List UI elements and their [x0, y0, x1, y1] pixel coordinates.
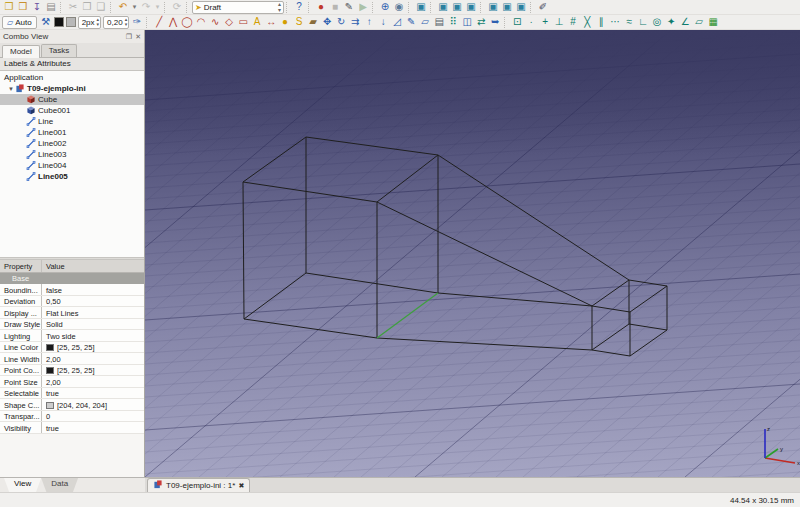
view-left-icon[interactable]: ▣ — [514, 0, 528, 15]
tree-item-line003[interactable]: Line003 — [0, 149, 144, 160]
snap-parallel-icon[interactable]: ∥ — [594, 15, 608, 30]
property-row-line-width[interactable]: Line Width2,00 — [0, 353, 144, 365]
draft-circle-icon[interactable]: ◯ — [180, 15, 194, 30]
tree-item-line[interactable]: Line — [0, 116, 144, 127]
draft-offset-icon[interactable]: ⇉ — [348, 15, 362, 30]
document-tab[interactable]: T09-ejemplo-ini : 1* ✖ — [147, 478, 250, 492]
draft-rectangle-icon[interactable]: ▭ — [236, 15, 250, 30]
draft-add-to-group-icon[interactable]: ➥ — [488, 15, 502, 30]
panel-tab-data[interactable]: Data — [41, 478, 78, 492]
snap-angle-icon[interactable]: ∠ — [678, 15, 692, 30]
panel-tab-view[interactable]: View — [4, 478, 41, 492]
snap-midpoint-icon[interactable]: + — [538, 15, 552, 30]
3d-viewport[interactable]: xyz — [145, 30, 800, 477]
draft-array-icon[interactable]: ⠿ — [446, 15, 460, 30]
tree-item-line002[interactable]: Line002 — [0, 138, 144, 149]
expand-arrow-icon[interactable]: ▼ — [8, 86, 15, 92]
workingplane-auto-button[interactable]: ▱Auto — [2, 16, 37, 29]
new-file-icon[interactable]: ❐ — [2, 0, 16, 15]
scale-spinbox[interactable]: 0,20▴▾ — [103, 16, 129, 29]
property-value[interactable]: true — [42, 388, 63, 399]
draft-bspline-icon[interactable]: ∿ — [208, 15, 222, 30]
redo-menu-icon[interactable]: ▾ — [153, 0, 162, 15]
close-document-icon[interactable]: ✖ — [238, 482, 244, 490]
draft-downgrade-icon[interactable]: ↓ — [376, 15, 390, 30]
face-color-swatch[interactable] — [66, 17, 76, 27]
property-row-line-color[interactable]: Line Color[25, 25, 25] — [0, 342, 144, 354]
draft-polyline-icon[interactable]: ⋀ — [166, 15, 180, 30]
property-row-selectable[interactable]: Selectabletrue — [0, 388, 144, 400]
snap-perpendicular-icon[interactable]: ⊥ — [552, 15, 566, 30]
tree-item-line005[interactable]: Line005 — [0, 171, 144, 182]
snap-special-icon[interactable]: ✦ — [664, 15, 678, 30]
line-width-spinbox[interactable]: 2px▴▾ — [78, 16, 101, 29]
undo-menu-icon[interactable]: ▾ — [130, 0, 139, 15]
property-value[interactable]: 0,50 — [42, 296, 65, 307]
view-rear-icon[interactable]: ▣ — [486, 0, 500, 15]
open-file-icon[interactable]: ❒ — [16, 0, 30, 15]
paste-icon[interactable]: ❑ — [94, 0, 108, 15]
draft-dimension-icon[interactable]: ↔ — [264, 15, 278, 30]
macro-edit-icon[interactable]: ✎ — [342, 0, 356, 15]
draft-rotate-icon[interactable]: ↻ — [334, 15, 348, 30]
scale-spinbox-steppers[interactable]: ▴▾ — [125, 17, 128, 27]
tab-tasks[interactable]: Tasks — [41, 44, 77, 57]
draft-workingplane-proxy-icon[interactable]: ▱ — [418, 15, 432, 30]
property-row-transpar-[interactable]: Transpar...0 — [0, 411, 144, 423]
refresh-icon[interactable]: ⟳ — [170, 0, 184, 15]
draft-arc-icon[interactable]: ◠ — [194, 15, 208, 30]
tree-root-application[interactable]: Application — [0, 72, 144, 83]
snap-workingplane-icon[interactable]: ▱ — [692, 15, 706, 30]
property-row-lighting[interactable]: LightingTwo side — [0, 330, 144, 342]
draft-clone-icon[interactable]: ◫ — [460, 15, 474, 30]
draft-shape2dview-icon[interactable]: ▤ — [432, 15, 446, 30]
whats-this-icon[interactable]: ? — [292, 0, 306, 15]
property-value[interactable]: Two side — [42, 330, 80, 341]
property-value[interactable]: 2,00 — [42, 376, 65, 387]
macro-play-icon[interactable]: ▶ — [356, 0, 370, 15]
close-panel-icon[interactable]: ✕ — [135, 33, 141, 41]
view-bottom-icon[interactable]: ▣ — [500, 0, 514, 15]
draft-point-icon[interactable]: ● — [278, 15, 292, 30]
snap-center-icon[interactable]: ◎ — [650, 15, 664, 30]
snap-near-icon[interactable]: ≈ — [622, 15, 636, 30]
draft-edit-icon[interactable]: ✎ — [404, 15, 418, 30]
fit-all-icon[interactable]: ⊕ — [378, 0, 392, 15]
property-value[interactable]: 0 — [42, 411, 54, 422]
view-right-icon[interactable]: ▣ — [464, 0, 478, 15]
save-file-icon[interactable]: ↧ — [30, 0, 44, 15]
cut-icon[interactable]: ✂ — [66, 0, 80, 15]
draft-scale-icon[interactable]: ◿ — [390, 15, 404, 30]
combo-spinner-icon[interactable]: ▴▾ — [278, 1, 281, 13]
line-color-swatch[interactable] — [54, 17, 64, 27]
property-value[interactable]: Solid — [42, 319, 67, 330]
property-value[interactable]: [25, 25, 25] — [42, 365, 99, 376]
draft-to-sketch-icon[interactable]: ⇄ — [474, 15, 488, 30]
apply-style-icon[interactable]: ✑ — [130, 15, 144, 30]
draft-text-icon[interactable]: A — [250, 15, 264, 30]
property-row-display-[interactable]: Display ...Flat Lines — [0, 307, 144, 319]
property-value[interactable]: [25, 25, 25] — [42, 342, 99, 353]
snap-intersection-icon[interactable]: ╳ — [580, 15, 594, 30]
draft-shapestring-icon[interactable]: S — [292, 15, 306, 30]
draft-facebinder-icon[interactable]: ▰ — [306, 15, 320, 30]
workbench-selector[interactable]: ➤Draft▴▾ — [192, 1, 284, 14]
property-value[interactable]: true — [42, 422, 63, 433]
tree-item-line004[interactable]: Line004 — [0, 160, 144, 171]
property-value[interactable]: [204, 204, 204] — [42, 399, 111, 410]
line-width-spinbox-steppers[interactable]: ▴▾ — [97, 17, 100, 27]
snap-endpoint-icon[interactable]: ∙ — [524, 15, 538, 30]
undo-icon[interactable]: ↶ — [116, 0, 130, 15]
float-panel-icon[interactable]: ❐ — [126, 33, 132, 41]
tree-item-cube001[interactable]: Cube001 — [0, 105, 144, 116]
draft-upgrade-icon[interactable]: ↑ — [362, 15, 376, 30]
draft-line-icon[interactable]: ╱ — [152, 15, 166, 30]
property-group-base[interactable]: Base — [0, 273, 144, 284]
view-top-icon[interactable]: ▣ — [450, 0, 464, 15]
property-row-draw-style[interactable]: Draw StyleSolid — [0, 319, 144, 331]
view-axonometric-icon[interactable]: ▣ — [414, 0, 428, 15]
tab-model[interactable]: Model — [2, 45, 40, 58]
property-row-point-size[interactable]: Point Size2,00 — [0, 376, 144, 388]
print-icon[interactable]: ▤ — [44, 0, 58, 15]
property-row-deviation[interactable]: Deviation0,50 — [0, 296, 144, 308]
